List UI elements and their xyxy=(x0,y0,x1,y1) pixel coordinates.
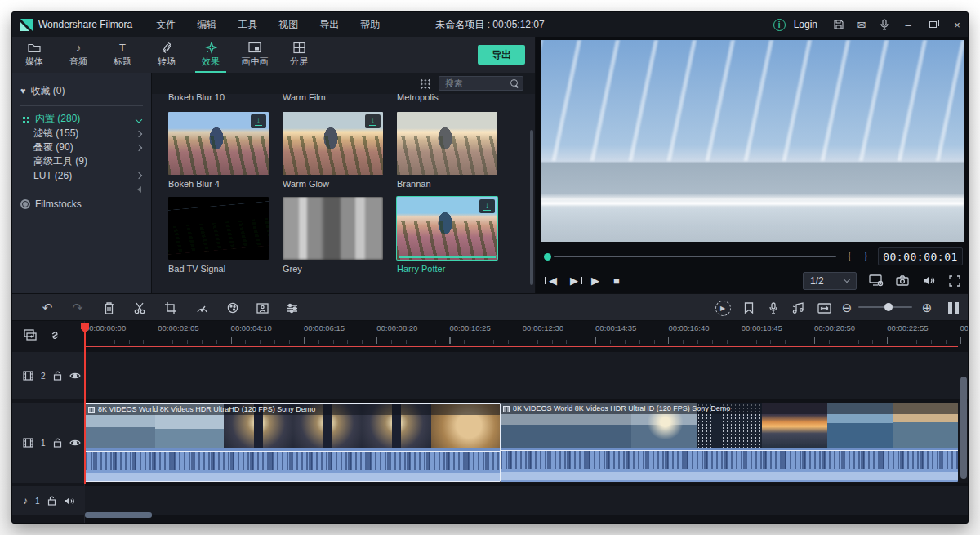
next-frame-button[interactable]: ▶ xyxy=(564,274,585,287)
delete-button[interactable] xyxy=(99,298,118,318)
menu-view[interactable]: 视图 xyxy=(268,12,309,37)
split-scissors-button[interactable] xyxy=(130,298,149,318)
tab-media[interactable]: 媒体 xyxy=(12,37,56,73)
eye-icon[interactable] xyxy=(69,439,81,447)
minimize-button[interactable]: – xyxy=(898,16,919,33)
sidebar-item-favorites[interactable]: ♥ 收藏 (0) xyxy=(12,82,151,99)
tab-audio[interactable]: ♪ 音频 xyxy=(56,37,100,73)
tab-effects[interactable]: 效果 xyxy=(189,37,233,73)
search-box[interactable] xyxy=(439,76,523,91)
zoom-slider-handle[interactable] xyxy=(884,303,893,311)
crop-button[interactable] xyxy=(161,298,180,318)
effect-item-harry-potter[interactable]: ↓ Harry Potter xyxy=(397,197,511,274)
search-input[interactable] xyxy=(445,78,510,88)
save-project-icon[interactable] xyxy=(829,16,849,33)
render-preview-button[interactable]: ▶ xyxy=(713,298,733,318)
menu-file[interactable]: 文件 xyxy=(145,12,186,37)
stop-button[interactable]: ■ xyxy=(606,274,627,287)
snapshot-camera-icon[interactable] xyxy=(893,272,911,290)
sidebar-item-advanced-tools[interactable]: 高级工具 (9) xyxy=(12,154,151,168)
sidebar-item-builtin[interactable]: 内置 (280) xyxy=(12,113,151,127)
effects-sidebar: ♥ 收藏 (0) 内置 (280) 滤镜 (155) 叠覆 (90) 高级工具 … xyxy=(12,73,152,293)
video-track-1-lane[interactable]: 8K VIDEOS World 8K Videos HDR UltraHD (1… xyxy=(85,403,968,483)
panel-layout-toggle-icon[interactable] xyxy=(943,298,963,318)
clip-audio-waveform xyxy=(86,448,500,482)
undo-button[interactable]: ↶ xyxy=(38,298,57,318)
timeline-clip-1[interactable]: 8K VIDEOS World 8K Videos HDR UltraHD (1… xyxy=(85,403,501,482)
track-header-column: 2 1 ♪ 1 xyxy=(12,321,85,524)
sidebar-item-filmstocks[interactable]: Filmstocks xyxy=(12,196,151,212)
restore-button[interactable] xyxy=(922,16,943,33)
menu-edit[interactable]: 编辑 xyxy=(186,12,227,37)
audio-track-1-header[interactable]: ♪ 1 xyxy=(12,486,85,515)
timeline-horizontal-scrollbar[interactable] xyxy=(85,512,152,518)
sidebar-item-lut[interactable]: LUT (26) xyxy=(12,168,151,182)
info-icon[interactable]: i xyxy=(773,19,786,31)
volume-icon[interactable] xyxy=(920,272,938,290)
timeline-clip-2[interactable]: 8K VIDEOS World 8K Videos HDR UltraHD (1… xyxy=(501,403,958,482)
seek-bar[interactable] xyxy=(554,256,836,257)
timecode-display[interactable]: 00:00:00:01 xyxy=(878,247,963,265)
timeline-vertical-scrollbar[interactable] xyxy=(960,377,967,479)
collapse-panel-icon[interactable] xyxy=(137,186,141,193)
chevron-right-icon xyxy=(136,172,142,178)
effects-scrollbar[interactable] xyxy=(530,130,533,285)
effect-item-brannan[interactable]: Brannan xyxy=(397,112,511,189)
tab-splitscreen[interactable]: 分屏 xyxy=(277,37,321,73)
effect-item-bokeh-blur-4[interactable]: ↓ Bokeh Blur 4 xyxy=(168,112,283,189)
timeline-playhead[interactable] xyxy=(84,323,86,484)
fit-timeline-button[interactable] xyxy=(814,298,834,318)
effect-item-bad-tv-signal[interactable]: Bad TV Signal xyxy=(168,197,283,274)
manage-tracks-icon[interactable] xyxy=(24,329,38,341)
link-ripple-icon[interactable] xyxy=(49,329,61,341)
motion-tracking-button[interactable] xyxy=(252,298,272,318)
lock-icon[interactable] xyxy=(53,438,62,448)
close-button[interactable]: × xyxy=(947,16,968,33)
mail-icon[interactable]: ✉ xyxy=(852,16,871,33)
microphone-icon[interactable] xyxy=(875,16,894,33)
mark-in-icon[interactable]: { xyxy=(848,249,851,261)
speed-button[interactable] xyxy=(192,298,212,318)
playhead-handle[interactable] xyxy=(544,253,551,261)
redo-button[interactable]: ↷ xyxy=(68,298,87,318)
menu-tools[interactable]: 工具 xyxy=(227,12,268,37)
audio-track-1-lane[interactable] xyxy=(85,486,968,515)
play-button[interactable]: ▶ xyxy=(585,274,606,287)
export-button[interactable]: 导出 xyxy=(478,45,525,65)
zoom-in-button[interactable]: ⊕ xyxy=(917,298,937,318)
effect-item-grey[interactable]: Grey xyxy=(283,197,397,274)
menu-export[interactable]: 导出 xyxy=(309,12,350,37)
tab-transitions[interactable]: 转场 xyxy=(145,37,189,73)
previous-frame-button[interactable]: ◀ xyxy=(542,274,564,287)
login-button[interactable]: Login xyxy=(794,19,817,30)
mark-out-icon[interactable]: } xyxy=(864,249,867,261)
voiceover-mic-button[interactable] xyxy=(764,298,783,318)
audio-mixer-button[interactable] xyxy=(788,298,808,318)
sidebar-item-overlays[interactable]: 叠覆 (90) xyxy=(12,140,151,154)
marker-button[interactable] xyxy=(739,298,759,318)
lock-icon[interactable] xyxy=(53,371,62,381)
grid-view-icon[interactable] xyxy=(420,78,430,89)
fullscreen-icon[interactable] xyxy=(946,272,964,290)
menu-help[interactable]: 帮助 xyxy=(350,12,390,37)
lock-icon[interactable] xyxy=(47,496,56,506)
video-track-2-header[interactable]: 2 xyxy=(12,352,85,399)
video-track-icon xyxy=(23,371,33,381)
video-track-2-lane[interactable] xyxy=(85,352,968,399)
sidebar-item-filters[interactable]: 滤镜 (155) xyxy=(12,127,151,140)
video-preview[interactable] xyxy=(541,40,964,242)
tab-titles[interactable]: T 标题 xyxy=(100,37,145,73)
video-track-1-header[interactable]: 1 xyxy=(12,403,85,483)
timeline-ruler[interactable]: 00:00:00:00 00:00:02:05 00:00:04:10 00:0… xyxy=(85,323,969,346)
effects-panel-header xyxy=(152,73,535,94)
adjust-sliders-button[interactable] xyxy=(283,298,302,318)
display-settings-icon[interactable] xyxy=(867,272,885,290)
color-button[interactable] xyxy=(223,298,243,318)
effect-item-warm-glow[interactable]: ↓ Warm Glow xyxy=(283,112,397,189)
eye-icon[interactable] xyxy=(69,372,81,380)
timeline-zoom-slider[interactable] xyxy=(858,306,912,308)
zoom-out-button[interactable]: ⊖ xyxy=(837,298,857,318)
tab-pip[interactable]: 画中画 xyxy=(233,37,277,73)
speaker-icon[interactable] xyxy=(64,497,74,506)
preview-zoom-select[interactable]: 1/2 xyxy=(803,272,857,290)
